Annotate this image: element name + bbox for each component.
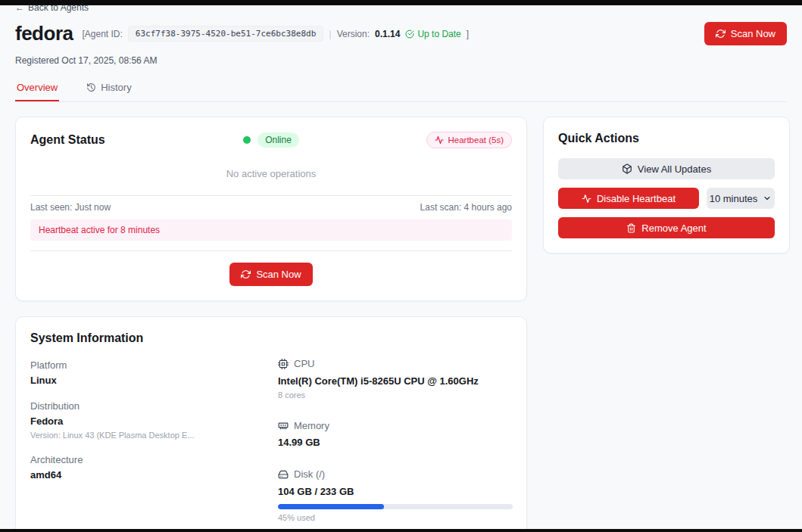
agent-meta: [Agent ID: 63cf7f38-3975-4520-be51-7ce6b… (82, 26, 469, 42)
tab-overview-label: Overview (17, 82, 58, 93)
online-status-badge: Online (257, 132, 299, 148)
interval-selected-value: 10 minutes (710, 193, 758, 204)
disk-usage-bar (278, 504, 513, 509)
quick-actions-title: Quick Actions (558, 132, 775, 145)
hard-drive-icon (278, 469, 289, 480)
bracket-close: ] (467, 29, 469, 39)
trash-icon (626, 223, 636, 233)
version-value: 0.1.14 (375, 29, 400, 39)
heartbeat-badge-label: Heartbeat (5s) (448, 135, 504, 145)
package-icon (622, 163, 632, 174)
cpu-value: Intel(R) Core(TM) i5-8265U CPU @ 1.60GHz (278, 375, 513, 387)
cpu-cores-text: 8 cores (278, 390, 513, 400)
disable-heartbeat-label: Disable Heartbeat (597, 193, 676, 204)
scan-now-label: Scan Now (256, 269, 301, 280)
heartbeat-interval-select[interactable]: 10 minutes (707, 188, 775, 209)
agent-status-title: Agent Status (30, 133, 105, 147)
quick-actions-card: Quick Actions View All Updates (543, 117, 790, 254)
distribution-label: Distribution (30, 400, 80, 412)
screen-top-bar (0, 0, 802, 5)
tab-overview[interactable]: Overview (15, 77, 59, 101)
status-divider-1 (30, 195, 512, 196)
up-to-date-badge: Up to Date (405, 29, 460, 39)
view-all-updates-label: View All Updates (638, 163, 711, 175)
status-divider-2 (30, 250, 512, 251)
architecture-item: Architecture amd64 (30, 453, 278, 481)
cpu-icon (278, 359, 289, 369)
online-status-dot (243, 136, 251, 144)
tab-history-label: History (101, 82, 131, 93)
platform-item: Platform Linux (30, 358, 278, 386)
tab-bar: Overview History (15, 77, 787, 102)
version-label: Version: (337, 29, 370, 39)
cpu-item: CPU Intel(R) Core(TM) i5-8265U CPU @ 1.6… (278, 358, 513, 400)
up-to-date-label: Up to Date (417, 29, 460, 39)
disk-percent-text: 45% used (278, 513, 513, 522)
remove-agent-label: Remove Agent (641, 222, 706, 234)
meta-divider: | (329, 28, 331, 39)
system-information-title: System Information (30, 331, 512, 345)
agent-id-label: [Agent ID: (82, 29, 122, 39)
platform-label: Platform (30, 359, 67, 371)
disk-label: Disk (/) (294, 468, 325, 480)
registered-date: Registered Oct 17, 2025, 08:56 AM (15, 55, 787, 66)
main-content: Agent Status Online Heartbeat (5s) (0, 102, 802, 532)
view-all-updates-button[interactable]: View All Updates (558, 158, 775, 179)
distribution-item: Distribution Fedora Version: Linux 43 (K… (30, 399, 278, 440)
page-header: ← Back to Agents fedora [Agent ID: 63cf7… (0, 0, 802, 66)
agent-id-value[interactable]: 63cf7f38-3975-4520-be51-7ce6bc38e8db (128, 26, 323, 42)
memory-item: Memory 14.99 GB (278, 420, 513, 449)
heartbeat-badge[interactable]: Heartbeat (5s) (426, 132, 512, 148)
disk-usage-fill (278, 504, 384, 509)
architecture-label: Architecture (30, 454, 83, 465)
disk-value: 104 GB / 233 GB (278, 486, 513, 497)
tab-history[interactable]: History (85, 77, 133, 101)
history-clock-icon (86, 82, 96, 92)
activity-pulse-icon (435, 135, 444, 145)
last-scan-text: Last scan: 4 hours ago (420, 202, 512, 213)
disable-heartbeat-button[interactable]: Disable Heartbeat (558, 188, 699, 209)
refresh-icon (716, 29, 726, 39)
heartbeat-active-banner: Heartbeat active for 8 minutes (30, 219, 512, 241)
check-circle-icon (405, 30, 414, 39)
screen-bottom-bar (0, 529, 802, 532)
no-active-operations-text: No active operations (30, 168, 512, 179)
activity-pulse-icon (582, 194, 591, 204)
agent-name-title: fedora (15, 22, 73, 45)
agent-status-card: Agent Status Online Heartbeat (5s) (15, 117, 527, 301)
refresh-icon (241, 269, 251, 279)
architecture-value: amd64 (30, 469, 278, 481)
scan-now-label: Scan Now (731, 28, 775, 39)
scan-now-button-card[interactable]: Scan Now (229, 263, 312, 286)
cpu-label: CPU (294, 358, 314, 369)
last-seen-text: Last seen: Just now (30, 202, 111, 213)
agent-detail-page: ← Back to Agents fedora [Agent ID: 63cf7… (0, 0, 802, 532)
memory-value: 14.99 GB (278, 437, 513, 448)
memory-icon (278, 420, 289, 431)
disk-item: Disk (/) 104 GB / 233 GB 45% used (278, 468, 513, 522)
title-row: fedora [Agent ID: 63cf7f38-3975-4520-be5… (15, 22, 787, 45)
distribution-value: Fedora (30, 415, 278, 427)
scan-now-button-header[interactable]: Scan Now (704, 22, 787, 45)
remove-agent-button[interactable]: Remove Agent (558, 217, 775, 238)
platform-value: Linux (30, 375, 278, 386)
system-information-card: System Information Platform Linux Distri… (15, 316, 527, 532)
memory-label: Memory (294, 420, 329, 431)
distribution-version-text: Version: Linux 43 (KDE Plasma Desktop E.… (30, 431, 278, 440)
chevron-down-icon (763, 194, 772, 203)
